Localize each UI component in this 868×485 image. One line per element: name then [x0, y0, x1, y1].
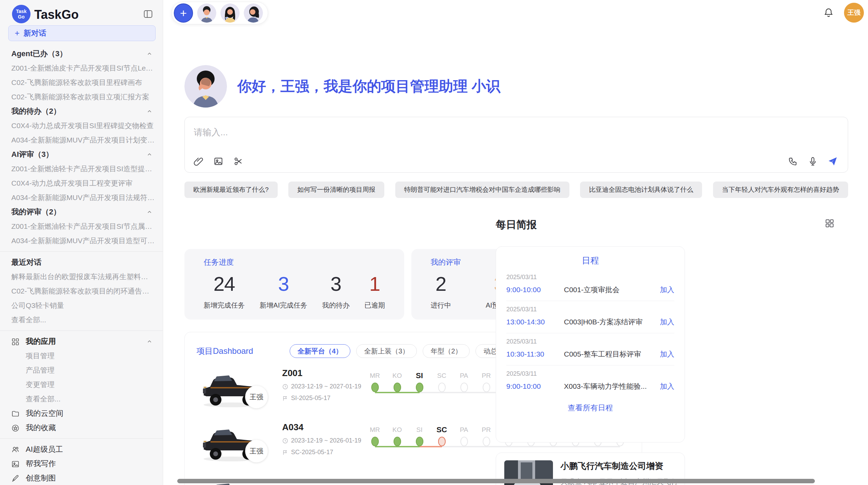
my-apps-label: 我的应用 — [26, 337, 56, 346]
microphone-icon[interactable] — [807, 155, 819, 167]
user-avatar[interactable]: 王强 — [844, 3, 864, 23]
app-item-project-mgmt[interactable]: 项目管理 — [0, 349, 163, 363]
sidebar-item-drawing[interactable]: 创意制图 — [0, 471, 163, 485]
join-button[interactable]: 加入 — [660, 285, 674, 295]
app-item-product-mgmt[interactable]: 产品管理 — [0, 363, 163, 377]
section-agent-done[interactable]: Agent已办（3） — [0, 47, 163, 61]
attachment-icon[interactable] — [192, 155, 205, 167]
new-chat-button[interactable]: + 新对话 — [8, 25, 156, 41]
stat-label: 新增完成任务 — [204, 301, 245, 310]
people-icon — [11, 446, 20, 454]
sidebar-item-favorites[interactable]: 我的收藏 — [0, 421, 163, 435]
stat-value: 2 — [431, 272, 451, 295]
section-ai-review[interactable]: AI评审（3） — [0, 147, 163, 162]
schedule-title: 日程 — [506, 255, 674, 266]
recent-chat-item[interactable]: 解释最新出台的欧盟报废车法规再生塑料比例被调至15%... — [0, 270, 163, 284]
agent-avatar-2[interactable] — [220, 3, 240, 23]
schedule-event-title: C003|H0B-方案冻结评审 — [564, 317, 660, 327]
flag-text: SC-2025-05-17 — [291, 449, 333, 456]
sidebar-item-cloud-space[interactable]: 我的云空间 — [0, 406, 163, 421]
section-label: 我的评审（2） — [11, 208, 61, 216]
schedule-date: 2025/03/11 — [506, 370, 674, 377]
recent-chat-view-all[interactable]: 查看全部... — [0, 313, 163, 327]
chat-input-card — [184, 117, 848, 173]
sidebar-task-item[interactable]: C02-飞腾新能源轻客改款项目里程碑画布 — [0, 75, 163, 90]
divider — [0, 251, 163, 252]
sidebar-task-item[interactable]: C02-飞腾新能源轻客改款项目立项汇报方案 — [0, 90, 163, 104]
milestone-ko: KO — [386, 371, 408, 394]
tab-model-year[interactable]: 年型（2） — [423, 344, 470, 358]
milestone-sc: SC — [431, 371, 453, 394]
project-owner-badge: 王强 — [245, 440, 268, 462]
sidebar-task-item[interactable]: C0X4-动力总成开发项目SI里程碑提交物检查 — [0, 119, 163, 133]
layout-grid-icon[interactable] — [825, 219, 834, 228]
send-icon[interactable] — [827, 155, 839, 167]
agent-avatar-1[interactable] — [197, 3, 216, 23]
sidebar-task-item[interactable]: A034-全新新能源MUV产品开发项目造型可行性评审 — [0, 234, 163, 248]
milestone-dot — [371, 437, 379, 446]
scissors-icon[interactable] — [232, 155, 244, 167]
image-icon — [11, 460, 20, 468]
agent-avatar-3[interactable] — [244, 3, 263, 23]
schedule-date: 2025/03/11 — [506, 274, 674, 281]
clock-icon — [282, 384, 288, 390]
sidebar-task-item[interactable]: Z001-全新燃油轻卡产品开发项目SI造型提交物评审 — [0, 162, 163, 176]
sidebar-item-writing[interactable]: 帮我写作 — [0, 457, 163, 471]
suggestion-chip[interactable]: 比亚迪全固态电池计划具体说了什么 — [580, 182, 702, 198]
view-all-schedule-button[interactable]: 查看所有日程 — [568, 403, 613, 413]
milestone-dot — [460, 437, 468, 446]
add-agent-button[interactable]: + — [174, 3, 193, 23]
phone-icon[interactable] — [787, 155, 799, 167]
milestone-ko: KO — [386, 425, 408, 448]
chat-input[interactable] — [194, 125, 742, 140]
sidebar: Task Go TaskGo + 新对话 Agent已办（3） — [0, 0, 163, 485]
project-code: A034 — [282, 422, 363, 433]
flag-text: SI-2025-05-17 — [291, 395, 330, 402]
divider — [0, 438, 163, 439]
pen-icon — [11, 474, 20, 483]
join-button[interactable]: 加入 — [660, 349, 674, 359]
chevron-up-icon — [146, 151, 153, 158]
sidebar-nav: Agent已办（3） Z001-全新燃油皮卡产品开发项目SI节点Lesson L… — [0, 43, 163, 485]
sidebar-task-item[interactable]: A034-全新新能源MUV产品开发项目计划变更表编写 — [0, 133, 163, 147]
app-item-view-all[interactable]: 查看全部... — [0, 392, 163, 406]
section-my-todo[interactable]: 我的待办（2） — [0, 104, 163, 119]
recent-chat-item[interactable]: 公司Q3轻卡销量 — [0, 298, 163, 313]
tab-new-body[interactable]: 全新上装（3） — [356, 344, 417, 358]
recent-chat-item[interactable]: C02-飞腾新能源轻客改款项目的闭环通告反馈情况 — [0, 284, 163, 298]
stat-in-progress: 2 进行中 — [431, 272, 451, 310]
sidebar-item-ai-staff[interactable]: AI超级员工 — [0, 442, 163, 457]
horizontal-scrollbar[interactable] — [177, 479, 815, 483]
tab-new-platform[interactable]: 全新平台（4） — [290, 344, 350, 358]
input-tools-right — [787, 155, 839, 167]
chevron-up-icon — [146, 209, 153, 215]
section-label: 最近对话 — [11, 258, 41, 266]
sidebar-collapse-button[interactable] — [143, 8, 155, 20]
join-button[interactable]: 加入 — [660, 382, 674, 391]
sidebar-task-item[interactable]: C0X4-动力总成开发项目工程变更评审 — [0, 176, 163, 190]
writing-label: 帮我写作 — [26, 459, 56, 468]
suggestion-chip[interactable]: 欧洲新规最近颁布了什么? — [184, 182, 278, 198]
notifications-bell-icon[interactable] — [823, 8, 834, 18]
section-my-review[interactable]: 我的评审（2） — [0, 205, 163, 219]
logo-line1: Task — [16, 9, 27, 14]
app-item-change-mgmt[interactable]: 变更管理 — [0, 377, 163, 392]
date-range: 2023-12-19 ~ 2026-01-19 — [291, 437, 361, 444]
suggestion-chip[interactable]: 特朗普可能对进口汽车增税会对中国车企造成哪些影响 — [395, 182, 569, 198]
stat-label: 我的待办 — [322, 301, 350, 310]
milestone-dot — [416, 383, 423, 392]
sidebar-item-my-apps[interactable]: 我的应用 — [0, 334, 163, 349]
image-upload-icon[interactable] — [212, 155, 225, 167]
suggestion-chip[interactable]: 当下年轻人对汽车外观有怎样的喜好趋势 — [713, 182, 848, 198]
sidebar-task-item[interactable]: Z001-全新燃油皮卡产品开发项目SI节点Lesson Learn报告 — [0, 61, 163, 75]
join-button[interactable]: 加入 — [660, 317, 674, 327]
sidebar-task-item[interactable]: Z001-全新燃油轻卡产品开发项目SI节点属性5D文件评审 — [0, 219, 163, 234]
schedule-row: 13:00-14:30 C003|H0B-方案冻结评审 加入 — [506, 317, 674, 327]
section-recent-chats: 最近对话 — [0, 255, 163, 270]
suggestion-chips: 欧洲新规最近颁布了什么? 如何写一份清晰的项目周报 特朗普可能对进口汽车增税会对… — [184, 182, 848, 198]
stat-new-done: 24 新增完成任务 — [204, 272, 245, 310]
schedule-time: 10:30-11:30 — [506, 350, 564, 358]
project-dates: 2023-12-19 ~ 2026-01-19 — [282, 437, 363, 444]
suggestion-chip[interactable]: 如何写一份清晰的项目周报 — [288, 182, 384, 198]
sidebar-task-item[interactable]: A034-全新新能源MUV产品开发项目法规符合性评审 — [0, 190, 163, 205]
